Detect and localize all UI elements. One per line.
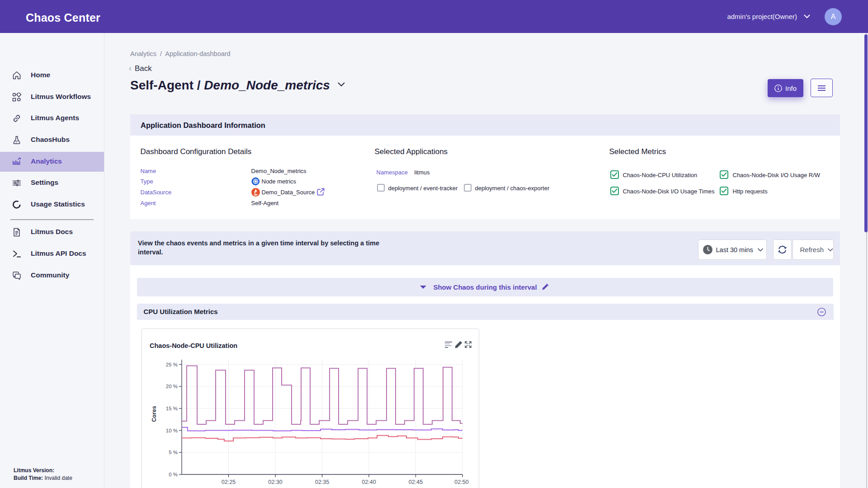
svg-text:02:30: 02:30 <box>268 479 282 485</box>
svg-text:02:45: 02:45 <box>409 479 423 485</box>
svg-text:02:35: 02:35 <box>315 479 329 485</box>
svg-text:02:50: 02:50 <box>454 479 468 485</box>
svg-text:15 %: 15 % <box>166 406 178 411</box>
svg-text:0 %: 0 % <box>169 472 178 477</box>
svg-text:25 %: 25 % <box>166 362 178 367</box>
svg-text:02:25: 02:25 <box>222 479 236 485</box>
svg-text:5 %: 5 % <box>169 450 178 455</box>
svg-text:20 %: 20 % <box>166 384 178 389</box>
svg-text:02:40: 02:40 <box>362 479 376 485</box>
svg-text:10 %: 10 % <box>166 428 178 433</box>
svg-text:Cores: Cores <box>151 406 157 422</box>
